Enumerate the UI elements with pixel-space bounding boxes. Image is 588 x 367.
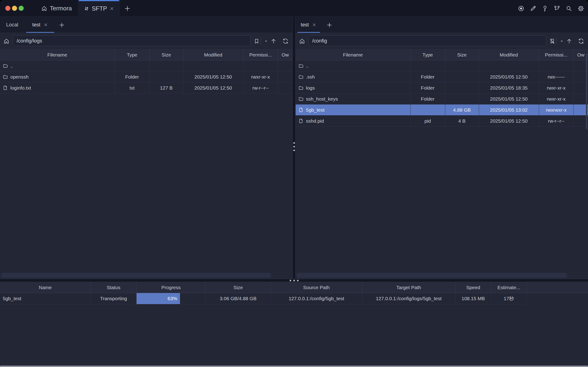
- file-row[interactable]: ..: [296, 60, 588, 71]
- col-owner[interactable]: Ow: [278, 49, 292, 60]
- bookmark-dropdown-button[interactable]: [262, 37, 270, 45]
- col-modified[interactable]: Modified: [479, 49, 539, 60]
- col-permissions[interactable]: Permissi...: [243, 49, 278, 60]
- edit-button[interactable]: [530, 5, 537, 12]
- tab-test-left[interactable]: test: [24, 17, 56, 33]
- file-row[interactable]: openssh Folder 2025/01/05 12:50 rwxr-xr-…: [0, 71, 292, 83]
- file-row[interactable]: loginfo.txt txt 127 B 2025/01/05 12:50 r…: [0, 83, 292, 93]
- col-modified[interactable]: Modified: [183, 49, 243, 60]
- horizontal-scrollbar-thumb[interactable]: [296, 273, 567, 278]
- file-row[interactable]: ..: [0, 60, 292, 71]
- file-icon: [3, 85, 8, 91]
- file-size: [149, 71, 183, 83]
- col-size[interactable]: Size: [445, 49, 479, 60]
- col-size[interactable]: Size: [206, 282, 271, 293]
- file-name: ssh_host_keys: [306, 96, 338, 102]
- sftp-tab-label: SFTP: [92, 5, 107, 12]
- file-type: Folder: [115, 71, 149, 83]
- col-size[interactable]: Size: [149, 49, 183, 60]
- close-icon[interactable]: [43, 22, 48, 27]
- local-file-table: Filename Type Size Modified Permissi... …: [0, 49, 292, 93]
- settings-button[interactable]: [577, 5, 584, 12]
- branch-button[interactable]: [554, 5, 560, 12]
- home-button[interactable]: [298, 37, 306, 45]
- col-filename[interactable]: Filename: [0, 49, 115, 60]
- transfer-speed: 108.15 MB: [455, 293, 491, 304]
- col-source-path[interactable]: Source Path: [271, 282, 362, 293]
- tab-test-right[interactable]: test: [296, 17, 322, 33]
- refresh-icon: [578, 38, 584, 44]
- new-tab-button[interactable]: [123, 4, 131, 13]
- branch-icon: [554, 5, 560, 12]
- folder-icon: [298, 96, 304, 101]
- folder-icon: [3, 63, 8, 68]
- keys-button[interactable]: [542, 5, 548, 12]
- col-speed[interactable]: Speed: [455, 282, 491, 293]
- close-window-button[interactable]: [5, 6, 10, 11]
- pane-splitter[interactable]: [292, 17, 296, 279]
- home-icon: [41, 5, 47, 11]
- file-row[interactable]: logs Folder 2025/01/05 18:35 rwxr-xr-x: [296, 83, 588, 93]
- refresh-icon: [282, 38, 289, 44]
- bookmark-dropdown-button[interactable]: [558, 37, 565, 45]
- tab-termora[interactable]: Termora: [38, 0, 75, 17]
- home-icon: [3, 38, 10, 44]
- col-name[interactable]: Name: [0, 282, 91, 293]
- zoom-window-button[interactable]: [19, 6, 24, 11]
- col-status[interactable]: Status: [91, 282, 136, 293]
- col-target-path[interactable]: Target Path: [362, 282, 455, 293]
- tab-sftp[interactable]: SFTP: [78, 0, 120, 17]
- file-row[interactable]: sshd.pid pid 4 B 2025/01/05 12:50 rw-r--…: [296, 116, 588, 126]
- file-permissions: [243, 60, 278, 71]
- file-row-selected[interactable]: 5gb_test 4.88 GB 2025/01/05 13:02 rwxrwx…: [296, 105, 588, 116]
- transfer-estimate: 17秒: [491, 293, 527, 304]
- search-button[interactable]: [565, 5, 572, 12]
- horizontal-scrollbar-thumb[interactable]: [1, 273, 272, 278]
- col-type[interactable]: Type: [115, 49, 149, 60]
- file-type: [115, 60, 149, 71]
- file-row[interactable]: ssh_host_keys Folder 2025/01/05 12:50 rw…: [296, 93, 588, 105]
- col-type[interactable]: Type: [410, 49, 445, 60]
- refresh-button[interactable]: [577, 37, 585, 45]
- new-session-button[interactable]: [325, 21, 333, 29]
- path-input[interactable]: [13, 35, 251, 46]
- home-icon: [299, 38, 305, 44]
- col-estimate[interactable]: Estimate...: [491, 282, 527, 293]
- minimize-window-button[interactable]: [12, 6, 17, 11]
- col-permissions[interactable]: Permissi...: [539, 49, 573, 60]
- window-controls: [5, 6, 24, 11]
- search-icon: [565, 5, 572, 12]
- col-filename[interactable]: Filename: [296, 49, 410, 60]
- tab-local[interactable]: Local: [0, 17, 24, 33]
- new-session-button[interactable]: [58, 21, 66, 29]
- file-modified: 2025/01/05 12:50: [479, 93, 539, 105]
- file-modified: 2025/01/05 18:35: [479, 83, 539, 93]
- bookmark-off-icon: [549, 38, 555, 44]
- file-name: openssh: [10, 74, 28, 80]
- file-modified: 2025/01/05 12:50: [183, 71, 243, 83]
- path-input[interactable]: [308, 35, 546, 46]
- splitter-dot: [293, 150, 295, 151]
- parent-directory-button[interactable]: [270, 37, 277, 45]
- bookmark-button[interactable]: [548, 37, 556, 45]
- splitter-dot: [293, 280, 295, 281]
- record-button[interactable]: [518, 5, 525, 12]
- bookmark-button[interactable]: [253, 37, 260, 45]
- home-button[interactable]: [3, 37, 10, 45]
- col-progress[interactable]: Progress: [136, 282, 206, 293]
- file-row[interactable]: .ssh Folder 2025/01/05 12:50 rwx------: [296, 71, 588, 83]
- transfer-row[interactable]: 5gb_test Transporting 63% 3.06 GB/4.88 G…: [0, 293, 527, 304]
- transfer-size: 3.06 GB/4.88 GB: [206, 293, 271, 304]
- file-icon: [298, 107, 304, 113]
- vertical-scrollbar-thumb[interactable]: [586, 53, 587, 129]
- close-icon[interactable]: [109, 6, 114, 11]
- file-name: .ssh: [306, 74, 315, 80]
- parent-directory-button[interactable]: [565, 37, 573, 45]
- refresh-button[interactable]: [282, 37, 289, 45]
- transfer-panel-splitter[interactable]: [0, 279, 588, 282]
- bottom-scrollbar-thumb[interactable]: [0, 366, 588, 367]
- splitter-dot: [293, 142, 295, 144]
- close-icon[interactable]: [312, 22, 317, 27]
- record-icon: [518, 5, 525, 12]
- transfer-progress: 63%: [136, 293, 206, 304]
